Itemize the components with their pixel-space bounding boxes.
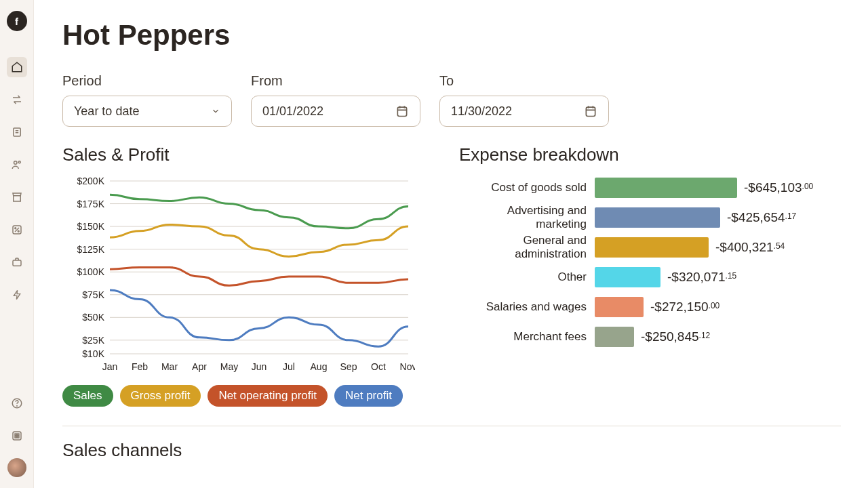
nav-store-icon[interactable]	[7, 187, 27, 207]
svg-text:Feb: Feb	[132, 361, 148, 372]
expense-row: Merchant fees-$250,845.12	[459, 327, 841, 347]
from-label: From	[251, 73, 420, 89]
expense-label: Other	[459, 270, 595, 284]
svg-text:Jun: Jun	[252, 361, 267, 372]
expense-row: Salaries and wages-$272,150.00	[459, 297, 841, 317]
expense-bar	[595, 207, 720, 228]
legend-sales[interactable]: Sales	[62, 385, 113, 407]
expense-value: -$400,321.54	[715, 240, 785, 255]
period-value: Year to date	[74, 104, 139, 119]
svg-point-1	[14, 161, 17, 165]
svg-text:Jan: Jan	[102, 361, 118, 372]
expense-row: Other-$320,071.15	[459, 267, 841, 287]
from-date-value: 01/01/2022	[262, 104, 323, 119]
expense-value: -$425,654.17	[727, 210, 796, 225]
svg-text:Nov: Nov	[400, 361, 415, 372]
chevron-down-icon	[211, 106, 220, 116]
svg-text:$125K: $125K	[77, 244, 105, 255]
legend-gross-profit[interactable]: Gross profit	[120, 385, 201, 407]
nav-percent-icon[interactable]	[7, 220, 27, 240]
filter-bar: Period Year to date From 01/01/2022 To 1…	[62, 73, 841, 127]
expense-label: Cost of goods sold	[459, 181, 595, 195]
legend-net-operating-profit[interactable]: Net operating profit	[208, 385, 328, 407]
expense-bar	[595, 267, 660, 287]
expense-bar	[595, 327, 634, 347]
sidebar: f	[0, 0, 34, 488]
svg-rect-15	[586, 107, 595, 116]
svg-text:$75K: $75K	[82, 289, 104, 300]
calendar-icon	[584, 104, 597, 118]
avatar[interactable]	[7, 458, 26, 477]
app-logo[interactable]: f	[7, 11, 27, 31]
svg-rect-12	[15, 436, 16, 438]
nav-briefcase-icon[interactable]	[7, 252, 27, 272]
svg-rect-10	[15, 434, 16, 435]
expense-row: General and administration-$400,321.54	[459, 237, 841, 258]
expense-value: -$250,845.12	[641, 329, 710, 344]
expense-value: -$320,071.15	[667, 270, 736, 285]
svg-rect-14	[397, 107, 406, 116]
expense-row: Cost of goods sold-$645,103.00	[459, 178, 841, 198]
expense-bar	[595, 297, 644, 317]
expense-label: General and administration	[459, 234, 595, 261]
expense-breakdown-title: Expense breakdown	[459, 144, 841, 165]
sales-profit-title: Sales & Profit	[62, 144, 446, 165]
svg-point-8	[16, 405, 17, 406]
main-content: Hot Peppers Period Year to date From 01/…	[34, 0, 868, 488]
expense-value: -$272,150.00	[650, 300, 719, 314]
chart-legend: Sales Gross profit Net operating profit …	[62, 385, 446, 407]
svg-text:$25K: $25K	[82, 335, 104, 346]
expense-label: Merchant fees	[459, 330, 595, 344]
period-select[interactable]: Year to date	[62, 96, 232, 127]
section-divider	[62, 426, 841, 426]
svg-text:May: May	[220, 361, 238, 372]
svg-text:$10K: $10K	[82, 348, 104, 359]
expense-bar	[595, 178, 737, 198]
svg-point-2	[18, 161, 20, 163]
svg-rect-6	[13, 260, 21, 266]
svg-text:$150K: $150K	[77, 221, 105, 232]
expense-value: -$645,103.00	[744, 180, 813, 195]
to-label: To	[439, 73, 609, 89]
svg-text:Aug: Aug	[311, 361, 328, 372]
from-date-input[interactable]: 01/01/2022	[251, 96, 420, 127]
svg-text:Apr: Apr	[192, 361, 207, 372]
svg-text:Sep: Sep	[340, 361, 357, 372]
nav-bolt-icon[interactable]	[7, 285, 27, 305]
svg-point-5	[18, 230, 19, 232]
period-label: Period	[62, 73, 232, 89]
expense-label: Salaries and wages	[459, 300, 595, 314]
nav-people-icon[interactable]	[7, 155, 27, 175]
sales-profit-chart: $200K$175K$150K$125K$100K$75K$50K$25K$10…	[62, 178, 415, 374]
nav-reports-icon[interactable]	[7, 122, 27, 142]
expense-bar	[595, 237, 709, 258]
expense-label: Advertising and marketing	[459, 204, 595, 231]
nav-transfers-icon[interactable]	[7, 89, 27, 110]
svg-text:$100K: $100K	[77, 266, 105, 277]
to-date-input[interactable]: 11/30/2022	[439, 96, 609, 127]
legend-net-profit[interactable]: Net profit	[334, 385, 403, 407]
page-title: Hot Peppers	[62, 19, 841, 52]
expense-row: Advertising and marketing-$425,654.17	[459, 207, 841, 228]
svg-rect-11	[17, 434, 18, 435]
calendar-icon	[395, 104, 409, 118]
nav-help-icon[interactable]	[7, 393, 27, 413]
svg-text:$50K: $50K	[82, 312, 104, 323]
svg-text:Oct: Oct	[371, 361, 386, 372]
to-date-value: 11/30/2022	[451, 104, 512, 119]
svg-rect-13	[17, 436, 18, 438]
svg-text:Jul: Jul	[283, 361, 295, 372]
sales-channels-title: Sales channels	[62, 440, 841, 461]
nav-grid-icon[interactable]	[7, 426, 27, 446]
svg-text:Mar: Mar	[161, 361, 178, 372]
svg-text:$200K: $200K	[77, 178, 105, 186]
nav-home-icon[interactable]	[7, 57, 27, 77]
svg-text:$175K: $175K	[77, 199, 105, 209]
expense-breakdown-chart: Cost of goods sold-$645,103.00Advertisin…	[459, 178, 841, 347]
svg-point-4	[14, 228, 16, 229]
